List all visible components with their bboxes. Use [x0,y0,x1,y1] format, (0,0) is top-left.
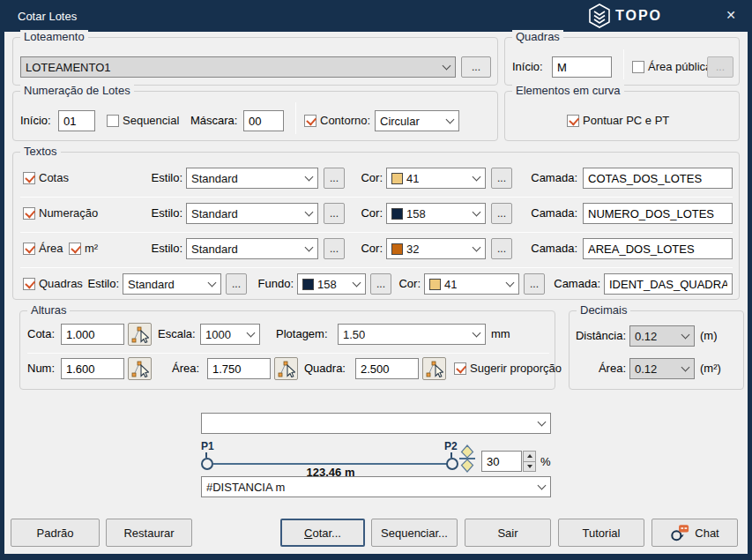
chevron-down-icon [305,243,314,251]
plotagem-combo[interactable]: 1.50 [338,324,486,345]
p2-point-icon [446,458,458,470]
numeracao-estilo-value: Standard [191,207,238,220]
loteamento-browse-button[interactable]: ... [461,56,491,78]
num-pick-button[interactable] [128,357,152,380]
area-estilo-browse-button[interactable]: ... [324,238,345,259]
area-cor-browse-button[interactable]: ... [491,238,512,259]
pontuar-pc-pt-checkbox[interactable]: Pontuar PC e PT [567,114,669,127]
numeracao-label: Numeração [39,206,98,220]
cor-label: Cor: [356,242,383,255]
area-checkbox[interactable]: Área [23,242,63,255]
color-swatch [391,173,403,184]
arrow-up-icon [527,454,532,458]
area-decimais-label: Área: [571,362,626,375]
checkbox-box [632,61,644,73]
m2-checkbox[interactable]: m² [69,242,98,255]
area-pick-button[interactable] [274,357,298,380]
quadras-inicio-input[interactable] [552,56,612,78]
quadras-estilo-combo[interactable]: Standard [123,273,221,295]
pick-cursor-icon [426,360,443,377]
cotar-button[interactable]: Cotar... [280,519,365,547]
close-icon[interactable]: ✕ [726,8,736,22]
escala-combo[interactable]: 1000 [200,324,260,345]
camada-label: Camada: [521,171,577,184]
estilo-label: Estilo: [128,171,182,184]
numeracao-estilo-combo[interactable]: Standard [186,203,318,224]
loteamento-value: LOTEAMENTO1 [26,61,111,74]
num-label: Num: [27,362,55,375]
divider [295,102,296,134]
chevron-down-icon [538,481,547,489]
fundo-label: Fundo: [251,277,294,290]
group-curva-label: Elementos em curva [512,84,624,97]
numeracao-checkbox[interactable]: Numeração [23,206,98,220]
padrao-button[interactable]: Padrão [11,519,100,547]
loteamento-combo[interactable]: LOTEAMENTO1 [20,56,456,78]
quadras-fundo-combo[interactable]: 158 [297,273,366,295]
stepper-down-button[interactable] [523,462,536,473]
sugerir-proporcao-checkbox[interactable]: Sugerir proporção [454,362,562,375]
cotas-checkbox[interactable]: Cotas [23,171,69,184]
arrow-down-icon [527,465,532,468]
sair-button[interactable]: Sair [465,519,551,547]
cotas-estilo-browse-button[interactable]: ... [324,168,345,189]
contorno-checkbox[interactable]: Contorno: [304,114,370,127]
quadra-altura-input[interactable] [355,358,419,379]
quadra-pick-button[interactable] [422,357,446,380]
quadras-estilo-browse-button[interactable]: ... [226,273,247,295]
quadras-cor-browse-button[interactable]: ... [524,273,545,295]
divider [623,49,624,79]
tutorial-button[interactable]: Tutorial [558,519,644,547]
quadras-fundo-browse-button[interactable]: ... [370,273,391,295]
numeracao-cor-combo[interactable]: 158 [386,203,486,224]
cotas-cor-browse-button[interactable]: ... [491,168,512,189]
cota-label: Cota: [27,327,55,340]
chevron-down-icon [538,417,547,426]
cota-pick-button[interactable] [128,323,152,346]
percent-stepper[interactable] [523,451,536,472]
quadras-fundo-value: 158 [302,278,337,291]
numeracao-camada-input[interactable] [583,203,733,224]
area-altura-input[interactable] [207,358,271,379]
area-camada-input[interactable] [583,238,733,259]
p1-point-icon [201,458,213,470]
quadras-texto-checkbox[interactable]: Quadras [23,277,83,290]
chat-button[interactable]: Chat [651,519,738,547]
mascara-input[interactable] [243,110,284,131]
numeracao-inicio-input[interactable] [58,110,95,131]
topo-logo-icon [589,4,610,28]
formato-superior-combo[interactable] [201,413,551,434]
cotas-estilo-combo[interactable]: Standard [186,168,318,189]
numeracao-cor-browse-button[interactable]: ... [491,203,512,224]
distance-line [213,463,449,465]
chevron-down-icon [446,115,455,123]
area-decimais-combo[interactable]: 0.12 [629,358,695,379]
formato-distancia-combo[interactable]: #DISTANCIA m [201,476,551,497]
estilo-label: Estilo: [128,242,182,255]
numeracao-estilo-browse-button[interactable]: ... [324,203,345,224]
area-publica-checkbox[interactable]: Área pública [632,60,711,73]
area-cor-combo[interactable]: 32 [386,238,486,259]
area-unit-label: (m²) [700,362,721,375]
chevron-down-icon [473,172,481,181]
cotas-cor-combo[interactable]: 41 [386,168,486,189]
restaurar-button[interactable]: Restaurar [106,519,192,547]
percent-input[interactable] [481,451,522,472]
quadras-cor-combo[interactable]: 41 [424,273,519,295]
pick-cursor-icon [131,360,149,377]
quadras-camada-input[interactable] [604,273,733,295]
area-publica-browse-button[interactable]: ... [707,56,733,78]
stepper-up-button[interactable] [523,451,536,462]
num-input[interactable] [61,358,124,379]
cotas-camada-input[interactable] [583,168,733,189]
contorno-combo[interactable]: Circular [375,110,459,131]
sequenciar-button[interactable]: Sequenciar... [371,519,458,547]
plotagem-value: 1.50 [343,328,365,341]
pick-cursor-icon [131,325,149,343]
sequencial-checkbox[interactable]: Sequencial [107,114,179,127]
pontuar-label: Pontuar PC e PT [583,114,669,127]
distancia-decimais-combo[interactable]: 0.12 [629,325,695,347]
cota-input[interactable] [61,324,124,345]
group-alturas: Alturas Cota: Escala: 1000 Plotagem: 1.5… [19,310,555,390]
area-estilo-combo[interactable]: Standard [186,238,318,259]
